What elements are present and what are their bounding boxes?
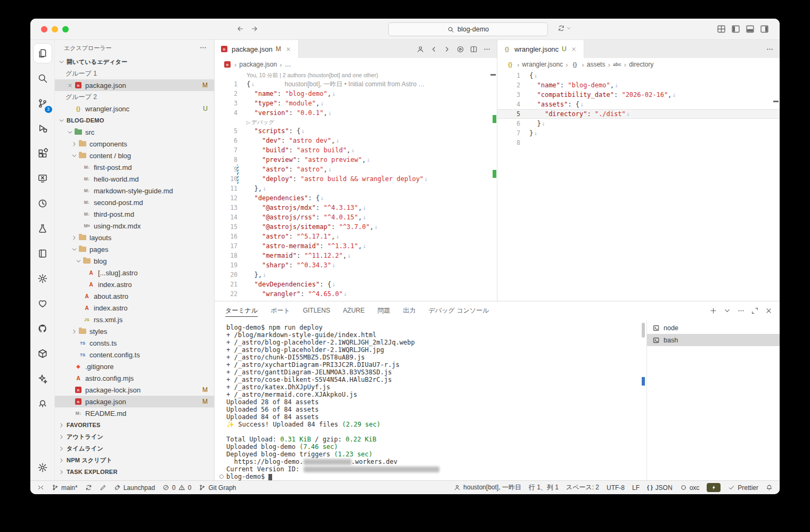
tree-item[interactable]: components [55, 138, 214, 150]
tree-item[interactable]: TScontent.config.ts [55, 349, 214, 361]
panel-tab-AZURE[interactable]: AZURE [343, 301, 365, 320]
tree-item[interactable]: Aindex.astro [55, 302, 214, 314]
activity-testing-icon[interactable] [34, 219, 52, 238]
tree-item[interactable]: content / blog [55, 150, 214, 161]
sidebar-section-header[interactable]: アウトライン [67, 433, 103, 441]
terminal-profile-dropdown-icon[interactable] [721, 305, 733, 316]
status-language-mode[interactable]: { }JSON [643, 481, 676, 494]
status-git-graph[interactable]: Git Graph [195, 481, 240, 494]
tree-item[interactable]: src [55, 126, 214, 138]
toggle-panel-icon[interactable] [745, 24, 756, 35]
panel-tab-GITLENS[interactable]: GITLENS [303, 301, 330, 320]
close-panel-icon[interactable] [763, 305, 774, 316]
tree-item[interactable]: TSconsts.ts [55, 337, 214, 349]
titlebar-extra-control[interactable] [558, 24, 571, 32]
sidebar-section-header[interactable]: TASK EXPLORER [67, 469, 118, 475]
zoom-window-button[interactable] [62, 26, 69, 32]
tree-item[interactable]: Aindex.astro [55, 279, 214, 290]
open-editors-header[interactable]: 開いているエディター [67, 58, 127, 66]
code-line[interactable]: 15 "@astrojs/sitemap": "^3.7.0",↓ [215, 222, 497, 232]
status-remote-indicator[interactable] [34, 481, 48, 494]
tree-item[interactable]: M×using-mdx.mdx [55, 220, 214, 232]
code-line[interactable]: 8 "preview": "astro preview",↓ [215, 155, 497, 165]
status-notifications[interactable] [762, 481, 776, 494]
status-problems[interactable]: 00 [159, 481, 195, 494]
code-line[interactable]: 21 "devDependencies": {↓ [215, 280, 497, 289]
tree-item[interactable]: M↓markdown-style-guide.md [55, 185, 214, 197]
breadcrumb-item[interactable]: … [284, 61, 291, 68]
codelens[interactable]: You, 10 分前 | 2 authors (houston[bot] and… [215, 71, 497, 79]
status-eol[interactable]: LF [628, 481, 643, 494]
new-terminal-icon[interactable] [707, 305, 719, 316]
close-tab-icon[interactable] [284, 45, 293, 53]
status-launchpad[interactable]: Launchpad [110, 481, 159, 494]
status-branch-indicator[interactable]: main* [48, 481, 81, 494]
activity-search-icon[interactable] [34, 69, 52, 88]
status-sync-changes[interactable] [81, 481, 96, 494]
code-line[interactable]: 16 "astro": "^5.17.1",↓ [215, 232, 497, 241]
close-window-button[interactable] [41, 26, 47, 32]
tree-item[interactable]: ◆.gitignore [55, 361, 214, 372]
run-npm-script-icon[interactable] [454, 43, 466, 55]
status-blame-author[interactable]: houston[bot], 一昨日 [450, 481, 525, 494]
tree-item[interactable]: M↓second-post.md [55, 197, 214, 208]
activity-copilot-icon[interactable] [34, 369, 52, 388]
open-editor-item[interactable]: {}wrangler.jsoncU [55, 103, 214, 114]
activity-source-control-icon[interactable]: 3 [34, 94, 52, 113]
customize-layout-icon[interactable] [716, 24, 727, 35]
history-forward-button[interactable] [250, 24, 261, 34]
activity-package-explorer-icon[interactable] [34, 344, 52, 363]
code-line[interactable]: 17 "astro-mermaid": "^1.3.1",↓ [215, 241, 497, 251]
code-line[interactable]: 18 "mermaid": "^11.12.2",↓ [215, 251, 497, 260]
status-indentation[interactable]: スペース: 2 [562, 481, 603, 494]
open-editor-item[interactable]: npackage.jsonM [55, 79, 214, 91]
close-editor-icon[interactable] [66, 83, 74, 88]
panel-tab-出力[interactable]: 出力 [403, 301, 416, 320]
code-line[interactable]: 6 "dev": "astro dev",↓ [215, 136, 497, 145]
status-prettier[interactable]: Prettier [724, 481, 762, 494]
more-editor-actions-icon[interactable] [481, 43, 493, 55]
terminal-scrollbar-thumb[interactable] [642, 323, 645, 338]
maximize-panel-icon[interactable] [749, 305, 760, 316]
previous-change-icon[interactable] [428, 43, 439, 55]
split-editor-icon[interactable] [468, 43, 479, 55]
status-encoding[interactable]: UTF-8 [603, 481, 628, 494]
panel-tab-デバッグ コンソール[interactable]: デバッグ コンソール [429, 301, 489, 320]
code-line[interactable]: 20 },↓ [215, 270, 497, 280]
tree-item[interactable]: npackage.jsonM [55, 396, 214, 407]
code-line[interactable]: 2 "name": "blog-demo",↓ [497, 80, 780, 90]
tree-item[interactable]: A[...slug].astro [55, 267, 214, 279]
next-change-icon[interactable] [441, 43, 453, 55]
tree-item[interactable]: styles [55, 325, 214, 337]
command-center-search[interactable]: blog-demo [388, 22, 548, 36]
code-line[interactable]: 8 [497, 138, 780, 148]
code-line[interactable]: 1{↓houston[bot], 一昨日 • Initial commit fr… [215, 79, 497, 89]
terminal-instance-node[interactable]: node [647, 322, 780, 334]
activity-timeline-icon[interactable] [34, 194, 52, 213]
tree-item[interactable]: JSrss.xml.js [55, 314, 214, 325]
code-line[interactable]: 12 "dependencies": {↓ [215, 193, 497, 203]
code-line[interactable]: 10 "deploy": "astro build && wrangler de… [215, 174, 497, 184]
code-line[interactable]: 7}↓ [497, 128, 780, 138]
tree-item[interactable]: M↓hello-world.md [55, 173, 214, 185]
breadcrumb-item[interactable]: directory [629, 61, 653, 68]
status-cursor-position[interactable]: 行 1、列 1 [525, 481, 562, 494]
code-line[interactable]: 11 },↓ [215, 184, 497, 193]
toggle-secondary-sidebar-icon[interactable] [759, 24, 770, 35]
sidebar-section-header[interactable]: FAVORITES [67, 422, 101, 428]
sidebar-more-actions-icon[interactable] [199, 44, 208, 52]
tree-item[interactable]: Aabout.astro [55, 290, 214, 302]
history-back-button[interactable] [236, 24, 247, 34]
panel-tab-ポート[interactable]: ポート [271, 301, 290, 320]
sidebar-section-header[interactable]: NPM スクリプト [67, 456, 112, 464]
breadcrumb-item[interactable]: assets [587, 61, 606, 68]
close-tab-icon[interactable] [570, 45, 578, 53]
panel-more-actions-icon[interactable] [735, 305, 747, 316]
activity-github-icon[interactable] [34, 319, 52, 338]
code-line[interactable]: 6 }↓ [497, 119, 780, 128]
terminal-content[interactable]: blog-demo$ npm run deploy+ /blog/markdow… [215, 320, 647, 480]
tree-item[interactable]: npackage-lock.jsonM [55, 384, 214, 396]
toggle-primary-sidebar-icon[interactable] [731, 24, 741, 35]
code-line[interactable]: 3 "compatibility_date": "2026-02-16",↓ [497, 90, 780, 100]
activity-settings-sync-icon[interactable] [34, 269, 52, 288]
